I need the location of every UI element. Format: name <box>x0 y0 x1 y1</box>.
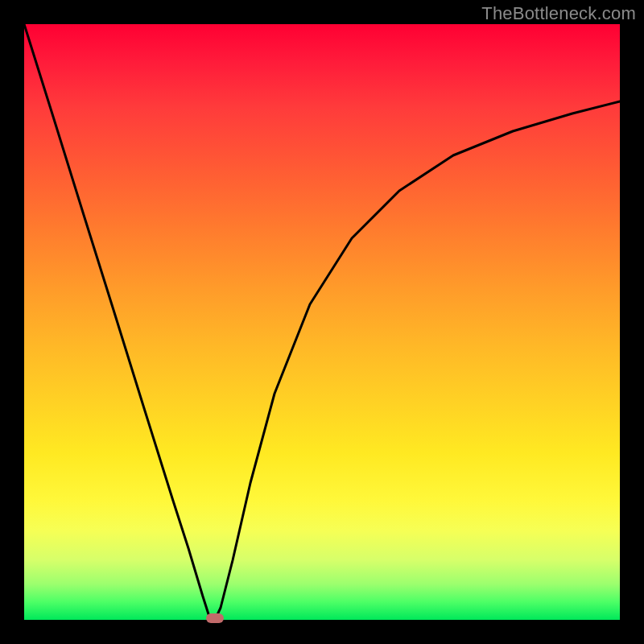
chart-frame: TheBottleneck.com <box>0 0 644 644</box>
optimum-marker <box>206 613 224 623</box>
bottleneck-curve <box>24 24 620 620</box>
curve-path <box>24 24 620 620</box>
watermark-text: TheBottleneck.com <box>481 3 636 24</box>
plot-area <box>24 24 620 620</box>
